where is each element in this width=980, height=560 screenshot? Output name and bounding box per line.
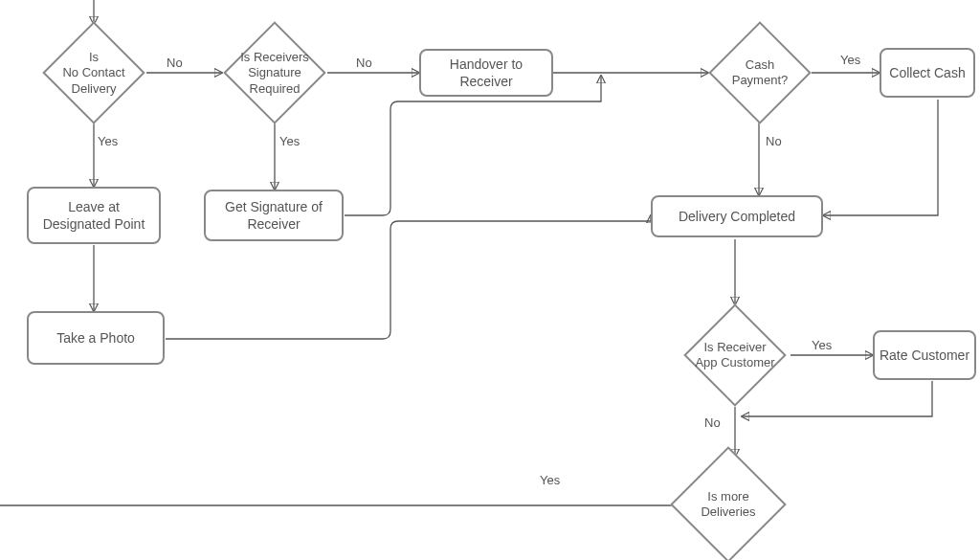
process-take-photo: Take a Photo <box>27 311 165 365</box>
process-delivery-completed: Delivery Completed <box>651 195 823 237</box>
edge-label-sig-yes: Yes <box>279 134 300 148</box>
process-handover-to-receiver-text: Handover to Receiver <box>425 56 547 90</box>
decision-cash-payment: CashPayment? <box>708 21 811 123</box>
process-leave-designated-point-text: Leave at Designated Point <box>33 198 155 233</box>
process-rate-customer-text: Rate Customer <box>880 347 969 364</box>
decision-no-contact-delivery-text: IsNo ContactDelivery <box>36 50 151 97</box>
process-rate-customer: Rate Customer <box>873 330 976 380</box>
edge-label-sig-no: No <box>356 56 372 70</box>
decision-no-contact-delivery: IsNo ContactDelivery <box>42 21 145 123</box>
edge-label-app-yes: Yes <box>812 338 832 352</box>
edge-label-more-yes: Yes <box>540 473 560 487</box>
edge-label-no-contact-no: No <box>167 56 183 70</box>
decision-app-customer-text: Is ReceiverApp Customer <box>678 340 792 371</box>
decision-app-customer: Is ReceiverApp Customer <box>683 303 786 406</box>
edge-label-no-contact-yes: Yes <box>98 134 118 148</box>
process-collect-cash-text: Collect Cash <box>889 64 965 81</box>
process-get-signature-text: Get Signature of Receiver <box>210 198 338 233</box>
decision-more-deliveries: Is moreDeliveries <box>670 446 787 560</box>
decision-signature-required: Is ReceiversSignatureRequired <box>223 21 325 123</box>
process-handover-to-receiver: Handover to Receiver <box>419 49 553 97</box>
flowchart-canvas: IsNo ContactDelivery Is ReceiversSignatu… <box>0 0 980 560</box>
process-collect-cash: Collect Cash <box>880 48 975 98</box>
decision-more-deliveries-text: Is moreDeliveries <box>671 489 786 521</box>
edge-label-cash-no: No <box>766 134 782 148</box>
process-take-photo-text: Take a Photo <box>56 329 135 347</box>
decision-cash-payment-text: CashPayment? <box>702 57 817 89</box>
process-delivery-completed-text: Delivery Completed <box>679 208 795 225</box>
process-get-signature: Get Signature of Receiver <box>204 190 344 241</box>
process-leave-designated-point: Leave at Designated Point <box>27 187 161 244</box>
decision-signature-required-text: Is ReceiversSignatureRequired <box>217 50 332 97</box>
edge-label-cash-yes: Yes <box>840 53 860 67</box>
edge-label-app-no: No <box>704 415 721 430</box>
